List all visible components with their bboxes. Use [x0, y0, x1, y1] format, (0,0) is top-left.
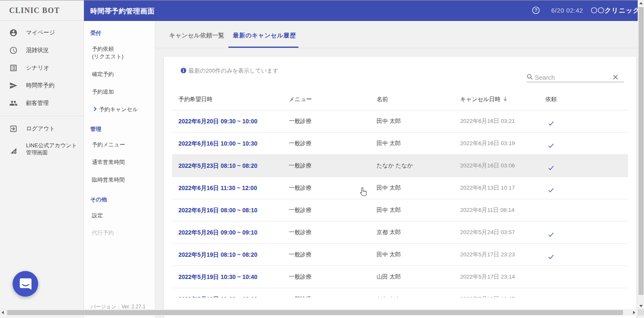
cell-menu: 一般診療: [289, 206, 312, 215]
tab-latest-cancel-history[interactable]: 最新のキャンセル履歴: [233, 32, 296, 39]
submenu-item-temporary-hours[interactable]: 臨時営業時間: [92, 176, 125, 184]
info-message: 最新の200件のみを表示しています: [188, 68, 278, 74]
table-row[interactable]: 2022年5月23日 08:10 ~ 08:20 一般診療 たなか たなか 20…: [172, 155, 628, 177]
cell-name: たなか たなか: [377, 161, 413, 170]
cell-cancel-datetime: 2022年6月11日 08:14: [460, 206, 515, 215]
column-header-desired-datetime[interactable]: 予約希望日時: [178, 96, 212, 103]
table-row[interactable]: 2022年6月16日 08:00 ~ 08:10 一般診療 田中 太郎 2022…: [172, 199, 628, 222]
submenu-section-management: 管理: [90, 126, 101, 133]
table-row[interactable]: 2022年5月16日 10:00 ~ 10:10 一般診療 なか なか 2022…: [172, 288, 628, 297]
search-icon: [527, 74, 533, 80]
cell-desired-datetime: 2022年5月26日 09:00 ~ 09:10: [178, 228, 257, 237]
cell-name: 京都 太郎: [377, 228, 401, 237]
cell-name: 田中 太郎: [377, 206, 401, 215]
submenu-item-booking-request[interactable]: 予約依頼(リクエスト): [92, 45, 123, 60]
column-header-menu[interactable]: メニュー: [289, 96, 312, 103]
help-icon[interactable]: ?: [532, 6, 540, 14]
search-input[interactable]: [535, 73, 606, 81]
sidebar-item-label: 顧客管理: [26, 100, 49, 107]
cell-desired-datetime: 2022年5月19日 10:30 ~ 10:40: [178, 272, 257, 282]
table-row-clipped[interactable]: 2022年5月16日 10:00 ~ 10:10 一般診療 なか なか 2022…: [172, 288, 628, 297]
submenu-item-settings[interactable]: 設定: [92, 212, 103, 219]
table-row[interactable]: 2022年5月19日 08:10 ~ 08:20 一般診療 田中 太郎 2022…: [172, 244, 628, 266]
clock-icon: [9, 46, 18, 55]
submenu-section-other: その他: [90, 196, 107, 203]
sidebar-item-logout[interactable]: ログアウト: [0, 120, 84, 138]
table-row[interactable]: 2022年6月16日 10:00 ~ 10:30 一般診療 田中 太郎 2022…: [172, 133, 628, 155]
appbar-datetime: 6/20 02:42: [551, 7, 583, 14]
submenu-item-proxy-booking[interactable]: 代行予約: [92, 229, 114, 237]
column-header-cancel-datetime[interactable]: キャンセル日時: [460, 96, 507, 103]
sidebar-item-scenario[interactable]: シナリオ: [0, 59, 84, 77]
scroll-left-button[interactable]: [0, 309, 6, 315]
account-circle-icon: [9, 29, 18, 37]
submenu-item-booking-cancel[interactable]: 予約キャンセル: [94, 106, 138, 113]
appbar-clinic-name: 〇〇クリニック: [591, 6, 640, 15]
cell-desired-datetime: 2022年6月16日 11:30 ~ 12:00: [178, 183, 257, 193]
column-header-requested[interactable]: 依頼: [545, 96, 557, 103]
scroll-down-button[interactable]: [638, 303, 644, 309]
cell-cancel-datetime: 2022年6月16日 03:19: [460, 139, 515, 148]
logo-area: CLINIC BOT: [0, 1, 84, 21]
page-title: 時間帯予約管理画面: [90, 7, 154, 16]
chat-bubble-icon: [19, 277, 32, 291]
table-rows: 2022年6月20日 09:30 ~ 10:00 一般診療 田中 太郎 2022…: [172, 110, 628, 297]
cell-menu: 一般診療: [289, 161, 312, 170]
people-icon: [9, 99, 18, 107]
vertical-scrollbar[interactable]: [638, 0, 644, 309]
column-header-name[interactable]: 名前: [377, 96, 388, 103]
cell-name: 田中 太郎: [377, 139, 401, 148]
table-row[interactable]: 2022年5月26日 09:00 ~ 09:10 一般診療 京都 太郎 2022…: [172, 222, 628, 244]
submenu-item-regular-hours[interactable]: 通常営業時間: [92, 159, 125, 166]
cell-cancel-datetime: 2022年6月13日 10:17: [460, 183, 515, 193]
tab-cancel-requests[interactable]: キャンセル依頼一覧: [169, 32, 224, 39]
sidebar-item-line-admin[interactable]: LINE公式アカウント管理画面: [0, 140, 84, 158]
check-icon: [548, 164, 554, 168]
table-row[interactable]: 2022年5月19日 10:30 ~ 10:40 一般診療 山田 太郎 2022…: [172, 266, 628, 288]
svg-text:?: ?: [534, 8, 537, 13]
cell-menu: 一般診療: [289, 250, 312, 259]
submenu-section-reception: 受付: [90, 30, 101, 36]
cell-menu: 一般診療: [289, 228, 312, 237]
vertical-scrollbar-thumb[interactable]: [639, 7, 644, 295]
sidebar-item-congestion[interactable]: 混雑状況: [0, 42, 84, 59]
cell-cancel-datetime: 2022年5月16日 10:47: [460, 295, 515, 297]
submenu-sidebar: [84, 21, 155, 318]
table-row[interactable]: 2022年6月20日 09:30 ~ 10:00 一般診療 田中 太郎 2022…: [172, 110, 628, 133]
cell-menu: 一般診療: [289, 139, 312, 148]
cell-name: 山田 太郎: [377, 272, 401, 282]
cell-cancel-datetime: 2022年5月24日 03:57: [460, 228, 515, 237]
triangle-right-icon: [633, 311, 635, 314]
sidebar-divider: [0, 116, 84, 116]
triangle-down-icon: [639, 305, 643, 307]
triangle-up-icon: [639, 2, 643, 4]
sidebar-item-label: ログアウト: [26, 125, 55, 132]
cell-cancel-datetime: 2022年5月17日 23:23: [460, 250, 515, 259]
check-icon: [548, 230, 554, 235]
sidebar-item-timeslot-booking[interactable]: 時間帯予約: [0, 77, 84, 94]
cell-menu: 一般診療: [289, 183, 312, 193]
submenu-item-add-booking[interactable]: 予約追加: [92, 88, 114, 96]
horizontal-scrollbar[interactable]: [0, 309, 638, 315]
cell-cancel-datetime: 2022年5月17日 23:14: [460, 272, 515, 282]
horizontal-scrollbar-thumb[interactable]: [7, 310, 623, 315]
scroll-right-button[interactable]: [631, 309, 637, 315]
submenu-item-booking-menu[interactable]: 予約メニュー: [92, 141, 125, 149]
sidebar-item-customers[interactable]: 顧客管理: [0, 94, 84, 112]
sidebar-item-label: マイページ: [26, 29, 55, 36]
cell-desired-datetime: 2022年5月23日 08:10 ~ 08:20: [178, 161, 257, 170]
cell-menu: 一般診療: [289, 117, 312, 126]
cell-name: 田中 太郎: [377, 183, 401, 193]
chat-fab-button[interactable]: [13, 271, 38, 297]
sidebar-item-mypage[interactable]: マイページ: [0, 24, 84, 42]
table-row[interactable]: 2022年6月16日 11:30 ~ 12:00 一般診療 田中 太郎 2022…: [172, 177, 628, 199]
info-icon: [181, 68, 186, 73]
cell-desired-datetime: 2022年6月20日 09:30 ~ 10:00: [178, 117, 257, 126]
send-icon: [9, 81, 18, 90]
scroll-up-button[interactable]: [638, 0, 644, 6]
cell-name: なか なか: [377, 295, 401, 297]
sidebar-item-label: シナリオ: [26, 65, 49, 71]
cell-desired-datetime: 2022年5月16日 10:00 ~ 10:10: [178, 295, 257, 297]
clear-search-icon[interactable]: [613, 74, 618, 79]
submenu-item-confirmed-bookings[interactable]: 確定予約: [92, 70, 114, 78]
